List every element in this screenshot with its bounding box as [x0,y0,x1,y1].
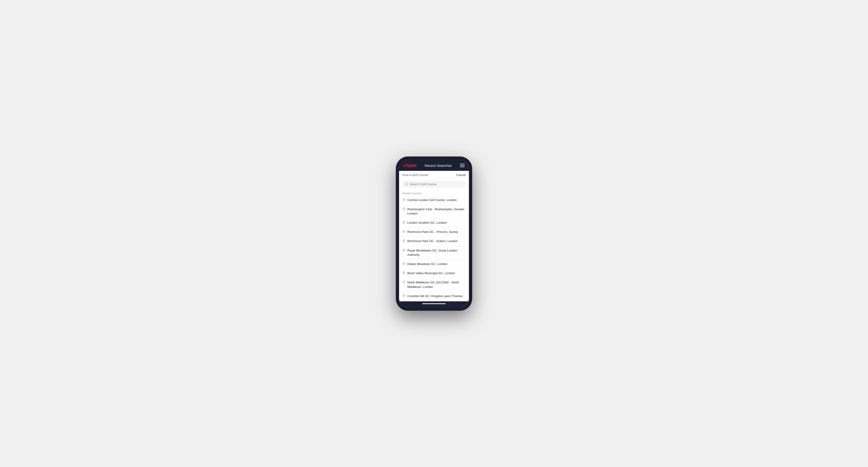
pin-icon [402,208,405,211]
course-name: Royal Wimbledon GC, Great London Authori… [407,248,466,257]
svg-point-9 [404,272,404,273]
home-bar [422,303,446,304]
course-list-item[interactable]: Brent Valley Municipal GC, London [399,269,469,278]
menu-icon[interactable] [460,164,465,167]
pin-icon [402,249,405,252]
course-name: North Middlesex GC (1011942 - North Midd… [407,280,466,289]
course-name: Central London Golf Centre, London [407,198,457,202]
pin-icon [402,281,405,284]
course-list-item[interactable]: Roehampton Club - Roehampton, Greater Lo… [399,205,469,218]
cancel-button[interactable]: Cancel [456,173,466,177]
course-list: Central London Golf Centre, LondonRoeham… [399,196,469,301]
course-name: Brent Valley Municipal GC, London [407,271,455,275]
course-list-item[interactable]: London Scottish GC, London [399,218,469,227]
course-name: Richmond Park GC - Duke's, London [407,239,458,243]
pin-icon [402,271,405,275]
home-indicator [399,301,469,308]
menu-line-2 [460,165,465,166]
svg-point-6 [404,240,404,241]
phone-wrapper: clippd Recent Searches Find a Golf Cours… [396,157,472,310]
svg-point-4 [404,222,404,222]
app-logo: clippd [403,163,416,168]
phone-screen: clippd Recent Searches Find a Golf Cours… [399,160,469,308]
search-input[interactable] [410,182,463,186]
svg-point-7 [404,249,404,250]
search-box[interactable] [402,181,466,188]
course-list-item[interactable]: Central London Golf Centre, London [399,196,469,205]
menu-line-1 [460,164,465,164]
course-name: Roehampton Club - Roehampton, Greater Lo… [407,207,466,216]
svg-line-1 [407,185,408,185]
course-list-item[interactable]: Dukes Meadows GC, London [399,259,469,269]
svg-point-5 [404,231,404,232]
nearby-label: Nearby courses [399,189,469,196]
pin-icon [402,239,405,242]
pin-icon [402,262,405,265]
svg-point-11 [404,295,404,296]
course-list-item[interactable]: Richmond Park GC - Prince's, Surrey [399,227,469,237]
course-name: Dukes Meadows GC, London [407,262,447,266]
course-list-item[interactable]: Richmond Park GC - Duke's, London [399,237,469,246]
pin-icon [402,198,405,201]
course-list-item[interactable]: Coombe Hill GC, Kingston upon Thames [399,292,469,301]
find-label: Find a Golf Course [402,173,428,177]
course-name: London Scottish GC, London [407,221,447,225]
course-name: Coombe Hill GC, Kingston upon Thames [407,294,463,298]
svg-point-10 [404,282,404,282]
menu-line-3 [460,166,465,167]
app-title: Recent Searches [425,163,452,167]
search-icon [405,182,408,186]
course-list-item[interactable]: Royal Wimbledon GC, Great London Authori… [399,246,469,259]
app-header: clippd Recent Searches [399,160,469,171]
svg-point-8 [404,263,404,264]
pin-icon [402,230,405,233]
course-name: Richmond Park GC - Prince's, Surrey [407,230,458,234]
svg-point-2 [404,199,404,199]
pin-icon [402,221,405,224]
find-bar: Find a Golf Course Cancel [399,171,469,179]
course-list-item[interactable]: North Middlesex GC (1011942 - North Midd… [399,278,469,291]
pin-icon [402,294,405,297]
svg-point-3 [404,208,404,209]
content-area: Find a Golf Course Cancel Nearby courses… [399,171,469,301]
